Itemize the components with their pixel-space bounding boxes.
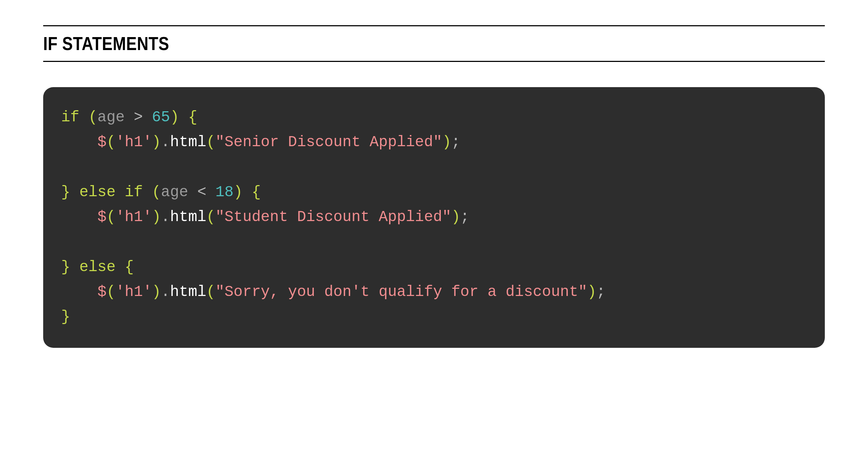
paren: ( [79, 109, 97, 126]
paren: ) [152, 208, 161, 226]
number: 18 [216, 184, 234, 201]
paren: ( [143, 184, 161, 201]
function-html: html [170, 134, 207, 151]
keyword-else: else [70, 259, 125, 276]
paren: ( [206, 208, 215, 226]
slide-title: IF STATEMENTS [43, 33, 707, 54]
dot: . [161, 208, 170, 226]
dot: . [161, 283, 170, 301]
code-block: if (age > 65) { $('h1').html("Senior Dis… [43, 87, 825, 348]
function-html: html [170, 283, 207, 301]
paren: ( [107, 208, 116, 226]
selector-string: 'h1' [116, 134, 152, 151]
string-literal: "Sorry, you don't qualify for a discount… [216, 283, 587, 301]
brace-open: { [125, 259, 134, 276]
divider-top [43, 25, 825, 26]
variable-age: age [161, 184, 188, 201]
number: 65 [152, 109, 170, 126]
paren: ) [442, 134, 451, 151]
keyword-else: else [70, 184, 125, 201]
paren: ) [451, 208, 460, 226]
paren-brace: ) { [234, 184, 261, 201]
paren: ( [107, 283, 116, 301]
slide-content: IF STATEMENTS if (age > 65) { $('h1').ht… [0, 0, 868, 348]
indent [61, 283, 98, 301]
dot: . [161, 134, 170, 151]
paren-brace: ) { [170, 109, 198, 126]
keyword-if: if [61, 109, 79, 126]
paren: ( [107, 134, 116, 151]
indent [61, 134, 98, 151]
paren: ) [152, 283, 161, 301]
semicolon: ; [451, 134, 460, 151]
brace-close: } [61, 308, 70, 325]
brace-close: } [61, 259, 70, 276]
paren: ) [152, 134, 161, 151]
brace-close: } [61, 184, 70, 201]
paren: ( [206, 283, 215, 301]
operator: < [188, 184, 216, 201]
operator: > [125, 109, 152, 126]
jquery-dollar: $ [98, 283, 107, 301]
string-literal: "Senior Discount Applied" [216, 134, 442, 151]
jquery-dollar: $ [98, 208, 107, 226]
function-html: html [170, 208, 207, 226]
selector-string: 'h1' [116, 208, 152, 226]
semicolon: ; [596, 283, 605, 301]
indent [61, 208, 98, 226]
selector-string: 'h1' [116, 283, 152, 301]
semicolon: ; [460, 208, 469, 226]
paren: ) [587, 283, 596, 301]
jquery-dollar: $ [98, 134, 107, 151]
string-literal: "Student Discount Applied" [216, 208, 451, 226]
variable-age: age [98, 109, 125, 126]
divider-bottom [43, 61, 825, 62]
keyword-if: if [125, 184, 143, 201]
paren: ( [206, 134, 215, 151]
